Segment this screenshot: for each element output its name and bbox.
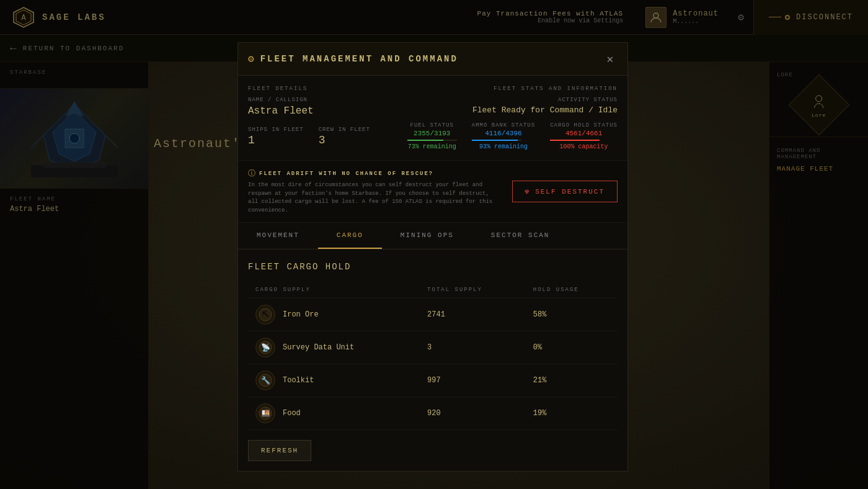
- cargo-status-value: 4561/4661: [550, 130, 618, 137]
- cargo-table: CARGO SUPPLY TOTAL SUPPLY HOLD USAGE ⛏ I…: [248, 282, 618, 430]
- self-destruct-btn-label: SELF DESTRUCT: [535, 188, 604, 195]
- cargo-item-usage: 58%: [526, 298, 618, 331]
- fleet-details-left: FLEET DETAILS NAME / CALLSIGN Astra Flee…: [248, 86, 397, 150]
- ships-in-fleet: SHIPS IN FLEET 1: [248, 127, 304, 146]
- tab-cargo[interactable]: CARGO: [318, 223, 382, 249]
- name-callsign-label: NAME / CALLSIGN: [248, 97, 397, 103]
- cargo-item-name-cell: 🔧 Toolkit: [248, 364, 420, 397]
- ships-label: SHIPS IN FLEET: [248, 127, 304, 133]
- activity-status-label: ACTIVITY STATUS: [407, 97, 618, 103]
- ammo-pct: 93% remaining: [472, 143, 535, 150]
- cargo-item-name-cell: 📡 Survey Data Unit: [248, 331, 420, 364]
- svg-text:📡: 📡: [261, 343, 270, 352]
- cargo-item-name: Survey Data Unit: [283, 343, 354, 352]
- cargo-item-usage: 19%: [526, 397, 618, 430]
- self-destruct-icon: ☢: [525, 187, 531, 195]
- ammo-status-label: AMMO BANK STATUS: [472, 122, 535, 128]
- col-total-header: TOTAL SUPPLY: [420, 282, 526, 298]
- crew-label: CREW IN FLEET: [319, 127, 370, 133]
- modal-fleet-name: Astra Fleet: [248, 105, 397, 117]
- cargo-track: [550, 140, 600, 141]
- cargo-item-total: 920: [420, 397, 526, 430]
- modal-top-section: FLEET DETAILS NAME / CALLSIGN Astra Flee…: [238, 76, 627, 161]
- cargo-item-icon: 📡: [255, 338, 275, 357]
- self-destruct-button[interactable]: ☢ SELF DESTRUCT: [512, 181, 618, 202]
- ammo-status-value: 4116/4396: [472, 130, 535, 137]
- fleet-meta: SHIPS IN FLEET 1 CREW IN FLEET 3: [248, 127, 397, 146]
- cargo-table-header: CARGO SUPPLY TOTAL SUPPLY HOLD USAGE: [248, 282, 618, 298]
- crew-value: 3: [319, 134, 326, 146]
- col-supply-header: CARGO SUPPLY: [248, 282, 420, 298]
- fleet-details-right: FLEET STATS AND INFORMATION ACTIVITY STA…: [407, 86, 618, 150]
- modal-title-icon: ⚙: [248, 53, 254, 65]
- fuel-fill: [407, 140, 443, 141]
- cargo-item-usage: 0%: [526, 331, 618, 364]
- cargo-fill: [550, 140, 600, 141]
- activity-status-value: Fleet Ready for Command / Idle: [407, 105, 618, 115]
- self-destruct-desc: In the most dire of circumstances you ca…: [248, 181, 502, 215]
- status-bars: FUEL STATUS 2355/3193 73% remaining AMMO…: [407, 122, 618, 150]
- cargo-pct: 100% capacity: [550, 143, 618, 150]
- cargo-item-total: 3: [420, 331, 526, 364]
- modal-close-button[interactable]: ✕: [603, 52, 618, 66]
- cargo-item-name-cell: ⛏ Iron Ore: [248, 298, 420, 331]
- fuel-track: [407, 140, 457, 141]
- modal-header: ⚙ FLEET MANAGEMENT AND COMMAND ✕: [238, 43, 627, 76]
- self-destruct-warning: ⓘ FLEET ADRIFT WITH NO CHANCE OF RESCUE?: [248, 168, 502, 179]
- fleet-management-modal: ⚙ FLEET MANAGEMENT AND COMMAND ✕ FLEET D…: [237, 42, 628, 472]
- ammo-status: AMMO BANK STATUS 4116/4396 93% remaining: [472, 122, 535, 150]
- warning-icon: ⓘ: [248, 168, 255, 179]
- cargo-item-icon: ⛏: [255, 305, 275, 325]
- cargo-item-total: 2741: [420, 298, 526, 331]
- self-destruct-title: FLEET ADRIFT WITH NO CHANCE OF RESCUE?: [259, 171, 433, 177]
- svg-text:⛏: ⛏: [262, 311, 269, 320]
- self-destruct-info: ⓘ FLEET ADRIFT WITH NO CHANCE OF RESCUE?…: [248, 168, 512, 215]
- cargo-item-icon: 🔧: [255, 370, 275, 390]
- ammo-track: [472, 140, 521, 141]
- col-usage-header: HOLD USAGE: [526, 282, 618, 298]
- cargo-item-name: Food: [283, 409, 301, 418]
- crew-in-fleet: CREW IN FLEET 3: [319, 127, 370, 146]
- cargo-item-total: 997: [420, 364, 526, 397]
- fleet-stats-label: FLEET STATS AND INFORMATION: [407, 86, 618, 92]
- tab-movement[interactable]: MOVEMENT: [238, 223, 318, 249]
- modal-tabs: MOVEMENT CARGO MINING OPS SECTOR SCAN: [238, 223, 627, 249]
- svg-text:🍱: 🍱: [261, 408, 270, 418]
- cargo-item-name: Iron Ore: [283, 310, 319, 319]
- modal-title-area: ⚙ FLEET MANAGEMENT AND COMMAND: [248, 53, 458, 65]
- cargo-item-usage: 21%: [526, 364, 618, 397]
- tab-sector-scan[interactable]: SECTOR SCAN: [472, 223, 569, 249]
- cargo-status-label: CARGO HOLD STATUS: [550, 122, 618, 128]
- table-row: 🍱 Food 920 19%: [248, 397, 618, 430]
- cargo-item-name: Toolkit: [283, 376, 314, 385]
- fuel-status-label: FUEL STATUS: [407, 122, 457, 128]
- modal-title: FLEET MANAGEMENT AND COMMAND: [260, 54, 458, 64]
- fuel-pct: 73% remaining: [407, 143, 457, 150]
- self-destruct-section: ⓘ FLEET ADRIFT WITH NO CHANCE OF RESCUE?…: [238, 161, 627, 223]
- svg-text:🔧: 🔧: [261, 375, 270, 385]
- cargo-section: FLEET CARGO HOLD CARGO SUPPLY TOTAL SUPP…: [238, 249, 627, 471]
- cargo-item-name-cell: 🍱 Food: [248, 397, 420, 430]
- cargo-status: CARGO HOLD STATUS 4561/4661 100% capacit…: [550, 122, 618, 150]
- table-row: 🔧 Toolkit 997 21%: [248, 364, 618, 397]
- ships-value: 1: [248, 134, 255, 146]
- fleet-details-label: FLEET DETAILS: [248, 86, 397, 92]
- tab-mining-ops[interactable]: MINING OPS: [382, 223, 472, 249]
- ammo-fill: [472, 140, 518, 141]
- cargo-item-icon: 🍱: [255, 403, 275, 423]
- cargo-hold-title: FLEET CARGO HOLD: [248, 262, 618, 272]
- table-row: 📡 Survey Data Unit 3 0%: [248, 331, 618, 364]
- table-row: ⛏ Iron Ore 2741 58%: [248, 298, 618, 331]
- fuel-status: FUEL STATUS 2355/3193 73% remaining: [407, 122, 457, 150]
- refresh-button[interactable]: REFRESH: [248, 440, 311, 461]
- fuel-status-value: 2355/3193: [407, 130, 457, 137]
